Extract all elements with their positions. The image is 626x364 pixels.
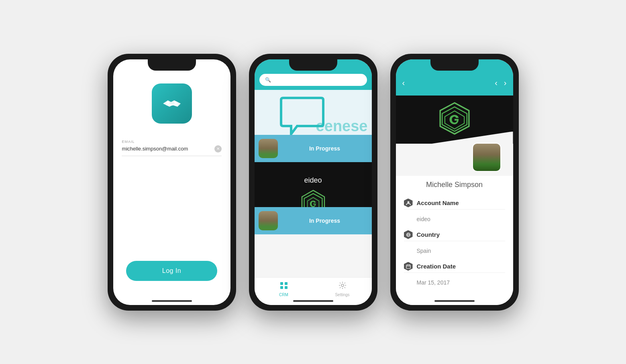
notch — [430, 59, 479, 71]
account-name-label: Account Name — [417, 199, 459, 206]
notch — [148, 59, 196, 71]
field-country: Country Spain — [404, 230, 505, 254]
card-status-2: In Progress — [282, 218, 368, 224]
home-bar — [293, 300, 333, 302]
search-icon: 🔍 — [265, 77, 271, 83]
country-label: Country — [417, 231, 440, 238]
phone-login: EMAIL michelle.simpson@mail.com ✕ Log In — [108, 54, 236, 311]
tab-crm-label: CRM — [279, 293, 288, 297]
svg-rect-11 — [406, 265, 410, 268]
country-value: Spain — [404, 248, 505, 254]
tab-settings-label: Settings — [335, 293, 349, 297]
date-icon — [404, 262, 413, 271]
settings-tab-icon — [338, 281, 347, 292]
avatar-1 — [259, 139, 278, 158]
country-icon — [404, 230, 413, 239]
svg-rect-4 — [280, 286, 283, 289]
svg-rect-2 — [280, 282, 283, 285]
company-name-2: eideo — [304, 176, 322, 185]
back-arrow[interactable]: ‹ — [402, 78, 405, 87]
email-section: EMAIL michelle.simpson@mail.com ✕ — [122, 140, 221, 156]
phone-contact-detail: ‹ ‹ › — [390, 54, 519, 311]
notch — [289, 59, 337, 71]
home-bar — [152, 300, 192, 302]
svg-point-7 — [407, 201, 409, 203]
tab-settings[interactable]: Settings — [313, 281, 372, 297]
creation-date-value: Mar 15, 2017 — [404, 279, 505, 286]
svg-point-6 — [341, 284, 344, 287]
svg-rect-5 — [285, 286, 288, 289]
svg-point-0 — [166, 102, 169, 104]
contact-info: Michelle Simpson Account Name eideo — [396, 176, 513, 305]
clear-button[interactable]: ✕ — [214, 145, 222, 153]
phone-crm-list: 🔍 eenese In Progress — [249, 54, 377, 311]
handshake-icon — [160, 96, 184, 112]
account-name-icon — [404, 199, 413, 207]
crm-card-2[interactable]: eideo In Prog — [255, 162, 372, 234]
svg-rect-3 — [285, 282, 288, 285]
divider-1 — [404, 209, 505, 209]
prev-arrow[interactable]: ‹ — [495, 78, 498, 87]
next-arrow[interactable]: › — [504, 78, 507, 87]
hero-eideo-logo — [434, 100, 475, 140]
search-bar[interactable]: 🔍 — [259, 74, 367, 86]
divider-2 — [404, 241, 505, 241]
company-name-1: eenese — [316, 117, 368, 134]
login-button[interactable]: Log In — [126, 261, 218, 281]
avatar-2 — [259, 211, 278, 230]
contact-name: Michelle Simpson — [404, 181, 505, 189]
detail-hero — [396, 96, 513, 176]
field-creation-date: Creation Date Mar 15, 2017 — [404, 262, 505, 286]
svg-point-1 — [174, 102, 177, 104]
crm-list: eenese In Progress eideo — [255, 90, 372, 277]
email-value: michelle.simpson@mail.com — [122, 146, 214, 152]
contact-avatar — [472, 143, 501, 172]
card-status-1: In Progress — [282, 145, 368, 152]
field-account-name: Account Name eideo — [404, 199, 505, 222]
app-logo — [152, 83, 192, 124]
crm-tab-icon — [279, 281, 288, 292]
nav-arrows-right: ‹ › — [495, 78, 506, 87]
crm-card-1[interactable]: eenese In Progress — [255, 90, 372, 162]
account-name-value: eideo — [404, 216, 505, 222]
card-overlay-1: In Progress — [255, 135, 372, 162]
divider-3 — [404, 272, 505, 273]
card-overlay-2: In Progress — [255, 207, 372, 234]
creation-date-label: Creation Date — [417, 263, 456, 270]
tab-crm[interactable]: CRM — [255, 281, 313, 297]
home-bar — [434, 300, 475, 302]
email-label: EMAIL — [122, 140, 221, 144]
